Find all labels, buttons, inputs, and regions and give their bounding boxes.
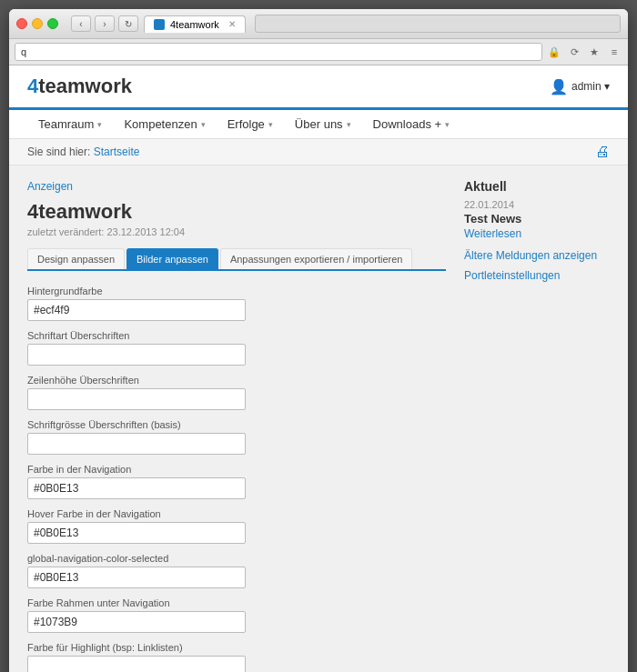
sidebar-section-title: Aktuell — [464, 179, 610, 194]
nav-item-kompetenzen[interactable]: Kompetenzen ▾ — [113, 110, 216, 138]
page-title: 4teamwork — [27, 200, 446, 224]
input-schriftart[interactable] — [27, 344, 246, 366]
favicon — [154, 19, 165, 30]
traffic-lights — [16, 18, 58, 29]
user-menu[interactable]: 👤 admin ▾ — [550, 78, 610, 95]
browser-titlebar: ‹ › ↻ 4teamwork ✕ — [9, 9, 628, 39]
form-group-nav-hover: Hover Farbe in der Navigation — [27, 508, 446, 544]
tab-design[interactable]: Design anpassen — [27, 248, 125, 269]
nav-label-downloads: Downloads + — [373, 117, 442, 131]
main-layout: Anzeigen 4teamwork zuletzt verändert: 23… — [9, 165, 628, 672]
nav-label-teamraum: Teamraum — [38, 117, 94, 131]
chevron-down-icon: ▾ — [97, 120, 102, 129]
content-actions: Anzeigen — [27, 179, 446, 193]
browser-nav-buttons: ‹ › ↻ — [71, 15, 138, 32]
browser-tab[interactable]: 4teamwork ✕ — [144, 15, 246, 33]
logo-text: teamwork — [38, 75, 132, 97]
show-link[interactable]: Anzeigen — [27, 180, 73, 193]
breadcrumb-prefix: Sie sind hier: — [27, 145, 90, 158]
forward-button[interactable]: › — [95, 15, 115, 32]
print-icon[interactable]: 🖨 — [595, 144, 610, 160]
design-form: Hintergrundfarbe Schriftart Überschrifte… — [27, 286, 446, 672]
refresh-button[interactable]: ↻ — [118, 15, 138, 32]
label-nav-color: Farbe in der Navigation — [27, 464, 446, 475]
tab-title: 4teamwork — [170, 19, 219, 30]
input-highlight[interactable] — [27, 656, 246, 672]
address-bar-row: q 🔒 ⟳ ★ ≡ — [9, 39, 628, 65]
label-nav-hover: Hover Farbe in der Navigation — [27, 508, 446, 519]
form-group-highlight: Farbe für Highlight (bsp: Linklisten) — [27, 642, 446, 672]
nav-item-downloads[interactable]: Downloads + ▾ — [362, 110, 461, 138]
sidebar: Aktuell 22.01.2014 Test News Weiterlesen… — [464, 179, 610, 672]
address-text: q — [21, 46, 26, 57]
input-zeilenhoehe[interactable] — [27, 388, 246, 410]
label-hintergrundfarbe: Hintergrundfarbe — [27, 286, 446, 296]
chevron-down-icon: ▾ — [201, 120, 206, 129]
nav-item-teamraum[interactable]: Teamraum ▾ — [27, 110, 113, 138]
news-read-more-link[interactable]: Weiterlesen — [464, 227, 610, 240]
label-zeilenhoehe: Zeilenhöhe Überschriften — [27, 375, 446, 386]
form-group-nav-border: Farbe Rahmen unter Navigation — [27, 597, 446, 633]
maximize-button[interactable] — [47, 18, 58, 29]
page-modified: zuletzt verändert: 23.12.2013 12:04 — [27, 226, 446, 237]
input-hintergrundfarbe[interactable] — [27, 299, 246, 321]
close-button[interactable] — [16, 18, 27, 29]
chevron-down-icon: ▾ — [268, 120, 273, 129]
input-nav-hover[interactable] — [27, 522, 246, 544]
site-logo: 4teamwork — [27, 75, 132, 98]
tab-export[interactable]: Anpassungen exportieren / importieren — [220, 248, 413, 269]
tabs: Design anpassen Bilder anpassen Anpassun… — [27, 248, 446, 271]
refresh-icon[interactable]: ⟳ — [566, 44, 582, 60]
input-schriftgroesse[interactable] — [27, 433, 246, 455]
older-news-link[interactable]: Ältere Meldungen anzeigen — [464, 249, 610, 262]
label-nav-border: Farbe Rahmen unter Navigation — [27, 597, 446, 608]
menu-icon[interactable]: ≡ — [606, 44, 622, 60]
breadcrumb-link-startseite[interactable]: Startseite — [94, 145, 140, 158]
browser-toolbar-icons: 🔒 ⟳ ★ ≡ — [546, 44, 622, 60]
news-title: Test News — [464, 212, 610, 226]
tab-close-button[interactable]: ✕ — [228, 19, 236, 29]
label-schriftgroesse: Schriftgrösse Überschriften (basis) — [27, 419, 446, 430]
chevron-down-icon: ▾ — [445, 120, 450, 129]
label-nav-selected: global-navigation-color-selected — [27, 553, 446, 564]
tab-bilder[interactable]: Bilder anpassen — [126, 248, 218, 269]
news-date: 22.01.2014 — [464, 199, 610, 210]
nav-label-kompetenzen: Kompetenzen — [124, 117, 197, 131]
input-nav-color[interactable] — [27, 477, 246, 499]
page-content: 4teamwork 👤 admin ▾ Teamraum ▾ Kompetenz… — [9, 65, 628, 672]
label-highlight: Farbe für Highlight (bsp: Linklisten) — [27, 642, 446, 653]
nav-item-erfolge[interactable]: Erfolge ▾ — [217, 110, 284, 138]
user-label: admin ▾ — [571, 80, 610, 93]
breadcrumb: Sie sind hier: Startseite — [27, 145, 139, 158]
form-group-nav-color: Farbe in der Navigation — [27, 464, 446, 499]
input-nav-selected[interactable] — [27, 567, 246, 588]
nav-label-ueber-uns: Über uns — [295, 117, 343, 131]
logo-four: 4 — [27, 75, 38, 97]
nav-label-erfolge: Erfolge — [228, 117, 265, 131]
input-nav-border[interactable] — [27, 611, 246, 633]
security-icon: 🔒 — [546, 44, 562, 60]
minimize-button[interactable] — [32, 18, 43, 29]
breadcrumb-bar: Sie sind hier: Startseite 🖨 — [9, 139, 628, 165]
main-content-area: Anzeigen 4teamwork zuletzt verändert: 23… — [27, 179, 446, 672]
address-bar[interactable]: q — [15, 43, 542, 61]
form-group-font: Schriftart Überschriften — [27, 330, 446, 366]
form-group-fontsize: Schriftgrösse Überschriften (basis) — [27, 419, 446, 455]
main-nav: Teamraum ▾ Kompetenzen ▾ Erfolge ▾ Über … — [9, 110, 628, 139]
back-button[interactable]: ‹ — [71, 15, 91, 32]
portlet-settings-link[interactable]: Portleteinstellungen — [464, 269, 610, 282]
form-group-nav-selected: global-navigation-color-selected — [27, 553, 446, 588]
bookmark-icon[interactable]: ★ — [586, 44, 602, 60]
chevron-down-icon: ▾ — [347, 120, 351, 129]
label-schriftart: Schriftart Überschriften — [27, 330, 446, 341]
form-group-background: Hintergrundfarbe — [27, 286, 446, 321]
site-header: 4teamwork 👤 admin ▾ — [9, 65, 628, 110]
browser-window: ‹ › ↻ 4teamwork ✕ q 🔒 ⟳ ★ ≡ 4teamwork — [9, 9, 628, 672]
form-group-lineheight: Zeilenhöhe Überschriften — [27, 375, 446, 410]
nav-item-ueber-uns[interactable]: Über uns ▾ — [284, 110, 362, 138]
